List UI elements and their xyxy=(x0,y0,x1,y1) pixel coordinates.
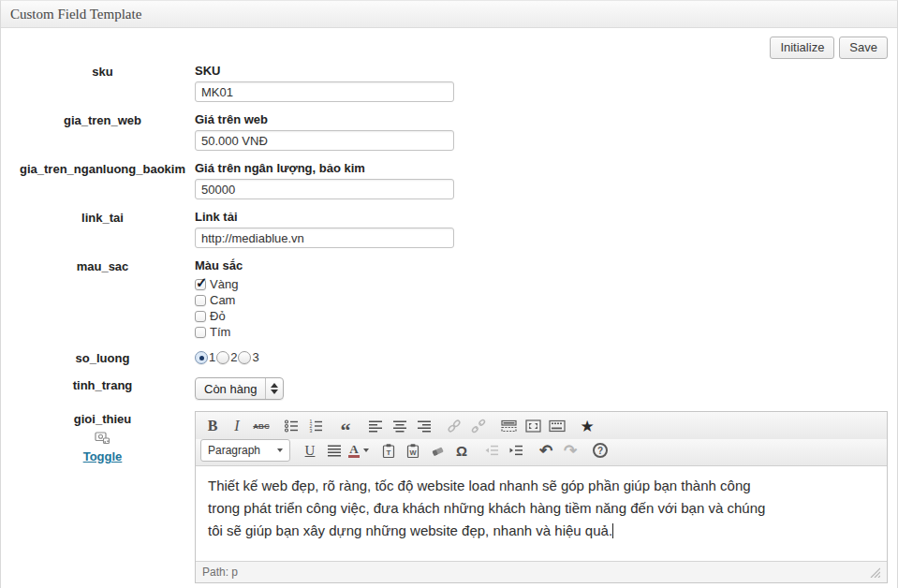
text-color-letter: A xyxy=(349,444,358,454)
bulleted-list-button[interactable] xyxy=(280,415,302,437)
kitchen-sink-button[interactable] xyxy=(546,415,568,437)
checkbox-row-tim[interactable]: Tím xyxy=(195,324,888,340)
editor-toggle-link[interactable]: Toggle xyxy=(83,449,123,463)
field-row-gia-tren-nganluong-baokim: gia_tren_nganluong_baokim Giá trên ngân … xyxy=(10,161,888,199)
field-key-gia-tren-web: gia_tren_web xyxy=(10,112,195,151)
field-row-tinh-trang: tinh_trang Còn hàng xyxy=(10,377,888,400)
align-right-button[interactable] xyxy=(413,415,435,437)
paste-text-button[interactable]: T xyxy=(377,439,400,462)
fullscreen-button[interactable] xyxy=(522,415,544,437)
help-button[interactable]: ? xyxy=(589,439,611,462)
resize-grip-icon[interactable] xyxy=(869,566,880,578)
blockquote-button[interactable]: “ xyxy=(334,415,357,437)
checkbox-label-vang: Vàng xyxy=(210,277,238,291)
bold-button[interactable]: B xyxy=(201,415,224,437)
field-title-link-tai: Link tải xyxy=(195,210,888,224)
redo-button[interactable]: ↷ xyxy=(559,439,581,462)
svg-text:3: 3 xyxy=(309,428,312,434)
undo-button[interactable]: ↶ xyxy=(535,439,557,462)
checkbox-row-cam[interactable]: Cam xyxy=(195,292,888,308)
checkbox-row-vang[interactable]: Vàng xyxy=(195,276,888,292)
gia-tren-nganluong-baokim-input[interactable] xyxy=(195,179,454,199)
special-char-button[interactable]: Ω xyxy=(450,439,473,462)
editor-toolbar-row-1: B I ABC xyxy=(196,412,887,439)
strikethrough-button[interactable]: ABC xyxy=(250,415,272,437)
field-key-so-luong: so_luong xyxy=(10,350,195,365)
field-key-gia-tren-nganluong-baokim: gia_tren_nganluong_baokim xyxy=(10,161,195,199)
editor-line: Thiết kế web đẹp, rõ ràng, tốc độ websit… xyxy=(208,475,875,497)
radio-label-2: 2 xyxy=(230,350,237,364)
text-color-button[interactable]: A xyxy=(347,439,370,462)
field-title-gia-tren-web: Giá trên web xyxy=(195,112,888,126)
tinh-trang-selected-value: Còn hàng xyxy=(196,378,265,399)
field-key-gioi-thieu-cell: gioi_thieu Toggle xyxy=(10,411,195,583)
italic-button[interactable]: I xyxy=(226,415,248,437)
link-button[interactable] xyxy=(443,415,465,437)
editor-content[interactable]: Thiết kế web đẹp, rõ ràng, tốc độ websit… xyxy=(196,466,887,561)
outdent-button[interactable] xyxy=(480,439,503,462)
more-tag-button[interactable] xyxy=(497,415,520,437)
editor-line: tôi sẽ giúp bạn xây dựng những website đ… xyxy=(208,520,875,542)
tinh-trang-select[interactable]: Còn hàng xyxy=(195,377,284,400)
justify-button[interactable] xyxy=(323,439,346,462)
align-center-button[interactable] xyxy=(389,415,411,437)
checkbox-tim[interactable] xyxy=(195,327,206,338)
field-row-gia-tren-web: gia_tren_web Giá trên web xyxy=(10,112,888,151)
link-tai-input[interactable] xyxy=(195,228,454,248)
text-color-swatch xyxy=(348,455,360,458)
text-cursor xyxy=(612,523,613,538)
chevron-down-icon xyxy=(277,448,283,452)
rich-text-editor: B I ABC xyxy=(195,411,888,583)
radio-3[interactable] xyxy=(238,351,251,364)
radio-label-3: 3 xyxy=(252,350,258,364)
field-row-so-luong: so_luong 1 2 3 xyxy=(10,350,888,365)
field-key-link-tai: link_tai xyxy=(10,210,195,248)
field-key-tinh-trang: tinh_trang xyxy=(10,377,195,400)
radio-2[interactable] xyxy=(216,351,229,364)
radio-1[interactable] xyxy=(195,351,208,364)
checkbox-cam[interactable] xyxy=(195,295,206,306)
unlink-button[interactable] xyxy=(467,415,490,437)
field-row-mau-sac: mau_sac Màu sắc Vàng Cam Đỏ xyxy=(10,258,888,340)
checkbox-vang[interactable] xyxy=(195,279,206,290)
editor-toolbar-row-2: Paragraph U xyxy=(196,439,887,466)
editor-statusbar: Path: p xyxy=(196,561,887,582)
checkbox-label-do: Đỏ xyxy=(210,309,226,323)
gia-tren-web-input[interactable] xyxy=(195,130,454,151)
initialize-button[interactable]: Initialize xyxy=(770,37,834,59)
radio-label-1: 1 xyxy=(209,350,215,364)
indent-button[interactable] xyxy=(505,439,527,462)
format-dropdown[interactable]: Paragraph xyxy=(200,439,290,462)
align-left-button[interactable] xyxy=(364,415,387,437)
editor-line: trong phát triển công việc, đưa khách nh… xyxy=(208,497,875,520)
field-key-sku: sku xyxy=(10,64,195,102)
field-row-gioi-thieu: gioi_thieu Toggle xyxy=(10,411,888,583)
checkbox-do[interactable] xyxy=(195,311,206,322)
svg-text:T: T xyxy=(387,448,391,457)
metabox-body: Initialize Save sku SKU gia_tren_web Giá… xyxy=(1,28,897,588)
checkbox-label-tim: Tím xyxy=(210,325,230,339)
add-media-icon[interactable] xyxy=(95,431,110,445)
metabox-header[interactable]: Custom Field Template xyxy=(1,1,897,28)
custom-star-button[interactable]: ★ xyxy=(576,415,598,437)
numbered-list-button[interactable]: 1 2 3 xyxy=(304,415,327,437)
format-dropdown-value: Paragraph xyxy=(208,444,260,457)
checkbox-row-do[interactable]: Đỏ xyxy=(195,308,888,324)
so-luong-radio-group: 1 2 3 xyxy=(195,350,888,364)
custom-field-template-metabox: Custom Field Template Initialize Save sk… xyxy=(0,0,898,588)
chevron-down-icon xyxy=(363,448,369,452)
field-row-link-tai: link_tai Link tải xyxy=(10,210,888,248)
field-key-mau-sac: mau_sac xyxy=(10,258,195,340)
field-title-sku: SKU xyxy=(195,64,888,78)
underline-button[interactable]: U xyxy=(299,439,321,462)
field-title-mau-sac: Màu sắc xyxy=(195,258,888,272)
paste-word-button[interactable]: W xyxy=(402,439,424,462)
field-key-gioi-thieu: gioi_thieu xyxy=(74,412,131,426)
editor-path: Path: p xyxy=(202,566,238,579)
field-row-sku: sku SKU xyxy=(10,64,888,102)
actions-row: Initialize Save xyxy=(10,37,888,59)
remove-format-button[interactable] xyxy=(426,439,449,462)
sku-input[interactable] xyxy=(195,81,454,102)
save-button[interactable]: Save xyxy=(839,37,888,59)
help-icon: ? xyxy=(593,443,608,458)
